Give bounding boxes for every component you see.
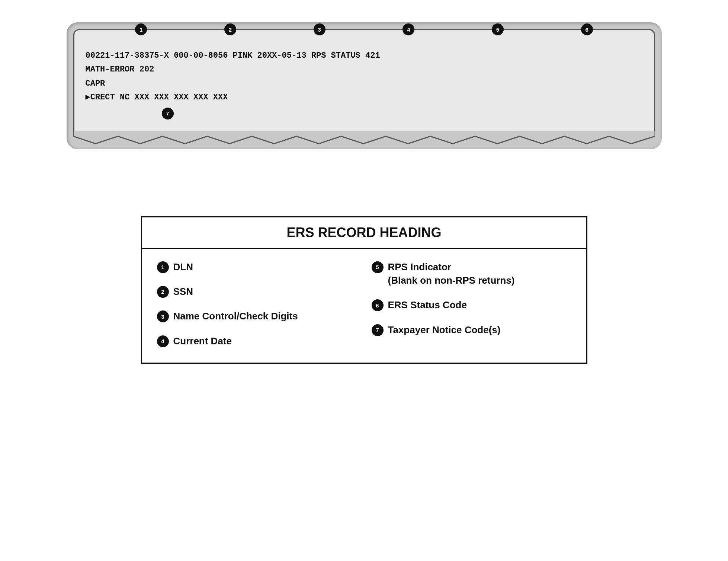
screen-line-2: MATH-ERROR 202	[86, 63, 643, 76]
table-item-name-control: 3 Name Control/Check Digits	[157, 309, 357, 323]
label-current-date: Current Date	[173, 334, 232, 348]
table-item-dln: 1 DLN	[157, 260, 357, 274]
badge-6: 6	[581, 23, 593, 35]
label-ssn: SSN	[173, 285, 193, 298]
badge-right-7: 7	[372, 324, 384, 336]
screen-text: 00221-117-38375-X 000-00-8056 PINK 20XX-…	[86, 49, 643, 105]
badge-left-3: 3	[157, 310, 169, 322]
table-left-col: 1 DLN 2 SSN 3 Name Control/Check Digits …	[157, 260, 357, 348]
table-header: ERS RECORD HEADING	[142, 217, 586, 249]
reference-table: ERS RECORD HEADING 1 DLN 2 SSN 3 Name Co…	[141, 216, 587, 364]
badge-row: 1 2 3 4 5 6	[74, 23, 654, 35]
table-right-col: 5 RPS Indicator(Blank on non-RPS returns…	[372, 260, 571, 348]
screen-line-1: 00221-117-38375-X 000-00-8056 PINK 20XX-…	[86, 49, 643, 63]
badge-left-2: 2	[157, 286, 169, 298]
badge-right-6: 6	[372, 299, 384, 311]
screen-inner: 1 2 3 4 5 6 00221-117-38375-X 000-00-805…	[73, 29, 655, 131]
table-title: ERS RECORD HEADING	[286, 225, 441, 240]
badge-5: 5	[492, 23, 504, 35]
table-item-rps: 5 RPS Indicator(Blank on non-RPS returns…	[372, 260, 571, 287]
badge-left-1: 1	[157, 261, 169, 273]
label-rps: RPS Indicator(Blank on non-RPS returns)	[388, 260, 515, 287]
label-dln: DLN	[173, 260, 193, 274]
table-body: 1 DLN 2 SSN 3 Name Control/Check Digits …	[142, 249, 586, 363]
badge-3: 3	[314, 23, 325, 35]
screen-container: 1 2 3 4 5 6 00221-117-38375-X 000-00-805…	[67, 22, 662, 149]
badge-4: 4	[403, 23, 414, 35]
table-item-current-date: 4 Current Date	[157, 334, 357, 348]
badge-left-4: 4	[157, 335, 169, 347]
screen-line-3: CAPR	[86, 77, 643, 90]
badge-2: 2	[224, 23, 236, 35]
label-name-control: Name Control/Check Digits	[173, 309, 298, 323]
screen-line-4: ▶CRECT NC XXX XXX XXX XXX XXX	[86, 90, 643, 104]
badge-right-5: 5	[372, 261, 384, 273]
table-item-ssn: 2 SSN	[157, 285, 357, 298]
table-item-taxpayer-notice: 7 Taxpayer Notice Code(s)	[372, 323, 571, 337]
label-ers-status: ERS Status Code	[388, 298, 467, 312]
label-taxpayer-notice: Taxpayer Notice Code(s)	[388, 323, 501, 337]
screen-outer: 1 2 3 4 5 6 00221-117-38375-X 000-00-805…	[67, 22, 662, 149]
jagged-edge	[73, 131, 655, 149]
badge-1: 1	[135, 23, 147, 35]
badge-7-screen: 7	[162, 108, 174, 119]
table-item-ers-status: 6 ERS Status Code	[372, 298, 571, 312]
